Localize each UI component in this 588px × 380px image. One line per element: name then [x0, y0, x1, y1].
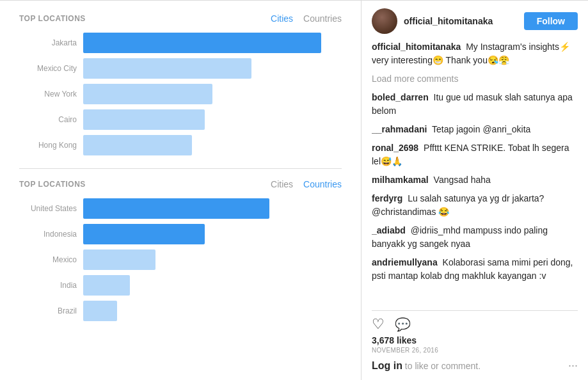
post-header: official_hitomitanaka Follow [372, 8, 578, 34]
cities-section: TOP LOCATIONS Cities Countries Jakarta M… [19, 13, 342, 155]
bar-label: Mexico [19, 255, 77, 264]
bar-fill [83, 135, 192, 155]
post-caption: official_hitomitanaka My Instagram's ins… [372, 40, 578, 67]
bar-label: Hong Kong [19, 141, 77, 150]
avatar [372, 8, 397, 34]
bar-track [83, 275, 342, 296]
bar-row: Brazil [19, 301, 342, 321]
countries-section: TOP LOCATIONS Cities Countries United St… [19, 179, 342, 321]
bar-row: New York [19, 84, 342, 104]
bar-track [83, 135, 342, 155]
cities-bar-chart: Jakarta Mexico City New York Cairo [19, 33, 342, 155]
comment-item: boled_darren Itu gue ud masuk slah satun… [372, 91, 578, 118]
bar-row: Mexico [19, 249, 342, 270]
bar-track [83, 58, 342, 79]
follow-button[interactable]: Follow [524, 12, 578, 30]
cities-header: TOP LOCATIONS Cities Countries [19, 13, 342, 24]
bar-label: United States [19, 204, 77, 213]
bar-track [83, 33, 342, 53]
log-in-suffix: to like or comment. [402, 361, 481, 371]
avatar-image [372, 8, 397, 34]
bar-track [83, 109, 342, 130]
bar-row: United States [19, 198, 342, 219]
commenter-username[interactable]: _adiabd [372, 225, 406, 235]
comment-item: __rahmadani Tetap jagoin @anri_okita [372, 123, 578, 136]
bar-label: India [19, 281, 77, 290]
caption-username[interactable]: official_hitomitanaka [372, 42, 461, 52]
load-more-comments[interactable]: Load more comments [372, 72, 578, 86]
user-info: official_hitomitanaka [372, 8, 493, 34]
cities-tabs: Cities Countries [271, 13, 342, 24]
comment-text: Vangsad haha [434, 175, 491, 185]
bar-fill [83, 84, 212, 104]
bar-fill [83, 275, 130, 296]
post-actions: ♡ 💬 [372, 310, 578, 335]
bar-row: Cairo [19, 109, 342, 130]
commenter-username[interactable]: ferdyrg [372, 193, 402, 203]
bar-fill [83, 198, 269, 219]
right-panel: official_hitomitanaka Follow official_hi… [362, 1, 588, 380]
bar-row: Indonesia [19, 224, 342, 244]
cities-tab-countries[interactable]: Countries [303, 13, 342, 24]
comment-text: Tetap jagoin @anri_okita [432, 124, 530, 134]
bar-fill [83, 249, 155, 270]
log-in-row: Log in to like or comment. ··· [372, 359, 578, 372]
bar-label: Mexico City [19, 64, 77, 73]
section-divider [19, 168, 342, 169]
log-in-link[interactable]: Log in [372, 360, 402, 371]
cities-section-title: TOP LOCATIONS [19, 14, 86, 23]
bar-track [83, 84, 342, 104]
bar-fill [83, 301, 117, 321]
countries-tab-cities[interactable]: Cities [271, 179, 293, 189]
comment-item: ferdyrg Lu salah satunya ya yg dr jakart… [372, 192, 578, 219]
comments-section: official_hitomitanaka My Instagram's ins… [372, 40, 578, 305]
comment-item: _adiabd @idriis_mhd mampuss indo paling … [372, 224, 578, 251]
bar-fill [83, 109, 205, 130]
bar-label: Jakarta [19, 38, 77, 47]
log-in-text: Log in to like or comment. [372, 360, 481, 372]
bar-track [83, 198, 342, 219]
more-options-icon[interactable]: ··· [568, 359, 578, 372]
bar-row: Hong Kong [19, 135, 342, 155]
bar-fill [83, 224, 205, 244]
commenter-username[interactable]: boled_darren [372, 92, 429, 102]
bar-row: Jakarta [19, 33, 342, 53]
comment-item: milhamkamal Vangsad haha [372, 173, 578, 187]
bar-label: Indonesia [19, 230, 77, 239]
comment-icon[interactable]: 💬 [395, 317, 411, 332]
bar-track [83, 249, 342, 270]
bar-label: Brazil [19, 306, 77, 315]
countries-tab-countries[interactable]: Countries [303, 179, 342, 189]
bar-label: New York [19, 90, 77, 99]
commenter-username[interactable]: __rahmadani [372, 124, 427, 134]
commenter-username[interactable]: milhamkamal [372, 175, 429, 185]
left-panel: TOP LOCATIONS Cities Countries Jakarta M… [0, 1, 362, 380]
post-username[interactable]: official_hitomitanaka [404, 16, 493, 26]
like-icon[interactable]: ♡ [372, 316, 385, 333]
bar-fill [83, 58, 251, 79]
bar-row: Mexico City [19, 58, 342, 79]
bar-fill [83, 33, 321, 53]
comment-item: andriemullyana Kolaborasi sama mimi peri… [372, 256, 578, 283]
countries-section-title: TOP LOCATIONS [19, 180, 86, 189]
commenter-username[interactable]: ronal_2698 [372, 143, 418, 153]
countries-bar-chart: United States Indonesia Mexico India [19, 198, 342, 321]
likes-count: 3,678 likes [372, 335, 578, 345]
bar-label: Cairo [19, 115, 77, 124]
countries-tabs: Cities Countries [271, 179, 342, 189]
bar-track [83, 301, 342, 321]
comment-item: ronal_2698 Pffttt KENA STRIKE. Tobat lh … [372, 141, 578, 168]
post-date: NOVEMBER 26, 2016 [372, 347, 578, 354]
countries-header: TOP LOCATIONS Cities Countries [19, 179, 342, 189]
commenter-username[interactable]: andriemullyana [372, 257, 438, 267]
bar-track [83, 224, 342, 244]
cities-tab-cities[interactable]: Cities [271, 13, 293, 24]
bar-row: India [19, 275, 342, 296]
